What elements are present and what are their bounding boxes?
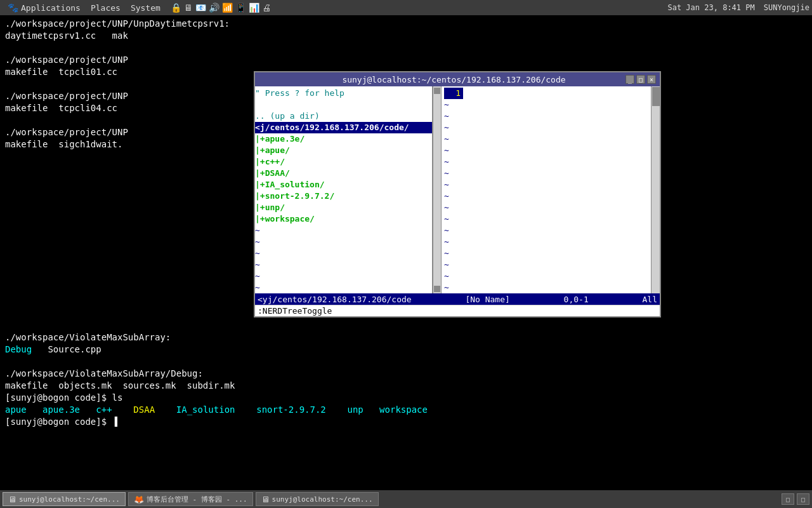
vim-editor-tilde-3: ~ <box>444 122 648 133</box>
tray-icon-1: 🔒 <box>171 3 181 13</box>
vim-tilde-1: ~ <box>255 225 432 236</box>
taskbar-btn-3[interactable]: 🖥 sunyj@localhost:~/cen... <box>256 492 379 506</box>
term-line-empty1 <box>5 356 807 368</box>
vim-statusbar-percent: All <box>642 295 657 304</box>
vim-editor-tilde-6: ~ <box>444 156 648 168</box>
vim-editor-tilde-11: ~ <box>444 213 648 225</box>
vim-editor-tilde-8: ~ <box>444 179 648 190</box>
menubar-right: Sat Jan 23, 8:41 PM SUNYongjie <box>667 3 809 12</box>
taskbar-label-2: 博客后台管理 - 博客园 - ... <box>147 495 247 504</box>
vim-scrollbar-thumb[interactable] <box>652 87 660 106</box>
tray-icon-7: 📊 <box>249 3 259 13</box>
menubar-places-label: Places <box>91 3 121 13</box>
vim-cmdline-text: :NERDTreeToggle <box>258 306 332 316</box>
vim-editor-tilde-7: ~ <box>444 168 648 179</box>
taskbar-right: □ □ <box>782 493 809 505</box>
vim-cmdline[interactable]: :NERDTreeToggle <box>255 305 660 316</box>
tray-icon-8: 🖨 <box>262 3 271 13</box>
taskbar-icon-3: 🖥 <box>261 495 270 504</box>
vim-titlebar: sunyj@localhost:~/centos/192.168.137.206… <box>255 72 660 86</box>
vim-editor-tilde-16: ~ <box>444 271 648 282</box>
taskbar-indicator-1[interactable]: □ <box>782 493 794 505</box>
term-line-make-files: makefile objects.mk sources.mk subdir.mk <box>5 380 807 392</box>
term-line-blank14 <box>5 319 807 331</box>
taskbar-indicator-2[interactable]: □ <box>797 493 809 505</box>
taskbar-label-1: sunyj@localhost:~/cen... <box>19 495 120 504</box>
term-line-prompt: [sunyj@bogon code]$ ▌ <box>5 416 807 428</box>
term-line-debug-source: Debug Source.cpp <box>5 344 807 356</box>
menubar-item-applications[interactable]: 🐾 Applications <box>3 1 86 14</box>
vim-dir-snort[interactable]: |+snort-2.9.7.2/ <box>255 190 432 202</box>
vim-window-buttons: _ □ × <box>624 75 656 84</box>
vim-statusbar: <yj/centos/192.168.137.206/code [No Name… <box>255 293 660 305</box>
vim-line-number-1: 1 <box>444 88 463 99</box>
vim-dir-ia[interactable]: |+IA_solution/ <box>255 179 432 190</box>
vim-up-dir[interactable]: .. (up a dir) <box>255 110 432 122</box>
vim-editor-tilde-1: ~ <box>444 99 648 110</box>
vim-up-dir-text: .. (up a dir) <box>255 110 320 122</box>
vim-editor-tilde-9: ~ <box>444 190 648 202</box>
menubar-system-label: System <box>131 3 160 13</box>
vim-statusbar-buffer: [No Name] <box>465 295 509 304</box>
tray-icon-6: 📱 <box>235 3 246 13</box>
taskbar-icon-2: 🦊 <box>134 495 144 504</box>
tray-icon-4: 🔊 <box>209 3 219 13</box>
vim-right-scrollbar[interactable] <box>651 86 660 293</box>
scroll-down-btn[interactable] <box>434 286 440 292</box>
vim-maximize-button[interactable]: □ <box>636 75 645 84</box>
menubar-item-system[interactable]: System <box>126 2 166 14</box>
vim-window: sunyj@localhost:~/centos/192.168.137.206… <box>254 71 661 318</box>
vim-close-button[interactable]: × <box>647 75 656 84</box>
vim-tilde-6: ~ <box>255 282 432 293</box>
vim-split-scrollbar[interactable] <box>433 86 442 293</box>
vim-statusbar-path: <yj/centos/192.168.137.206/code <box>258 295 412 304</box>
vim-editor-tilde-2: ~ <box>444 110 648 122</box>
term-line-4: ./workspace/project/UNP <box>5 54 807 66</box>
term-line-ls-cmd: [sunyj@bogon code]$ ls <box>5 392 807 404</box>
vim-dir-apue3e[interactable]: |+apue.3e/ <box>255 133 432 145</box>
vim-editor-tilde-4: ~ <box>444 133 648 145</box>
tray-icon-2: 🖥 <box>184 3 193 13</box>
vim-dir-dsaa[interactable]: |+DSAA/ <box>255 168 432 179</box>
vim-statusbar-position: 0,0-1 <box>564 295 589 304</box>
menubar-datetime: Sat Jan 23, 8:41 PM <box>667 3 754 12</box>
menubar-item-places[interactable]: Places <box>86 2 126 14</box>
vim-title: sunyj@localhost:~/centos/192.168.137.206… <box>284 75 624 84</box>
scroll-up-btn[interactable] <box>434 88 440 94</box>
vim-selected-dir[interactable]: <j/centos/192.168.137.206/code/ <box>255 122 432 133</box>
vim-editor-pane[interactable]: 1 ~ ~ ~ ~ ~ ~ ~ ~ ~ ~ ~ ~ ~ ~ ~ ~ ~ <box>442 86 651 293</box>
vim-editor-tilde-15: ~ <box>444 259 648 271</box>
vim-dir-cpp[interactable]: |+c++/ <box>255 156 432 168</box>
term-line-1: ./workspace/project/UNP/UnpDaytimetcpsrv… <box>5 18 807 30</box>
menubar-username: SUNYongjie <box>764 3 809 12</box>
vim-dir-unp[interactable]: |+unp/ <box>255 202 432 213</box>
vim-selected-dir-text: <j/centos/192.168.137.206/code/ <box>255 122 409 133</box>
tray-icon-3: 📧 <box>195 3 206 13</box>
vim-minimize-button[interactable]: _ <box>625 75 634 84</box>
vim-tilde-5: ~ <box>255 271 432 282</box>
term-line-ls-output: apue apue.3e c++ DSAA IA_solution snort-… <box>5 404 807 416</box>
menubar-applications-label: Applications <box>21 3 81 13</box>
vim-editor-line-1: 1 <box>444 88 648 99</box>
taskbar-label-3: sunyj@localhost:~/cen... <box>272 495 373 504</box>
tray-icon-5: 📶 <box>222 3 233 13</box>
vim-dir-apue[interactable]: |+apue/ <box>255 145 432 156</box>
vim-dir-workspace[interactable]: |+workspace/ <box>255 213 432 225</box>
term-line-violate: ./workspace/ViolateMaxSubArray: <box>5 331 807 344</box>
term-line-2: daytimetcpsrv1.cc mak <box>5 30 807 42</box>
vim-editor-tilde-5: ~ <box>444 145 648 156</box>
vim-editor-tilde-14: ~ <box>444 248 648 259</box>
taskbar-btn-2[interactable]: 🦊 博客后台管理 - 博客园 - ... <box>128 492 253 506</box>
term-line-violate-debug: ./workspace/ViolateMaxSubArray/Debug: <box>5 368 807 380</box>
applications-icon: 🐾 <box>8 3 18 13</box>
vim-editor-tilde-17: ~ <box>444 282 648 293</box>
menubar: 🐾 Applications Places System 🔒 🖥 📧 🔊 📶 📱… <box>0 0 812 15</box>
vim-editor-tilde-10: ~ <box>444 202 648 213</box>
vim-body: " Press ? for help .. (up a dir) <j/cent… <box>255 86 660 293</box>
taskbar: 🖥 sunyj@localhost:~/cen... 🦊 博客后台管理 - 博客… <box>0 490 812 508</box>
taskbar-icon-1: 🖥 <box>8 495 16 504</box>
vim-nerdtree-pane[interactable]: " Press ? for help .. (up a dir) <j/cent… <box>255 86 433 293</box>
term-line-3 <box>5 42 807 54</box>
taskbar-btn-1[interactable]: 🖥 sunyj@localhost:~/cen... <box>3 492 126 506</box>
vim-help-line: " Press ? for help <box>255 88 432 99</box>
